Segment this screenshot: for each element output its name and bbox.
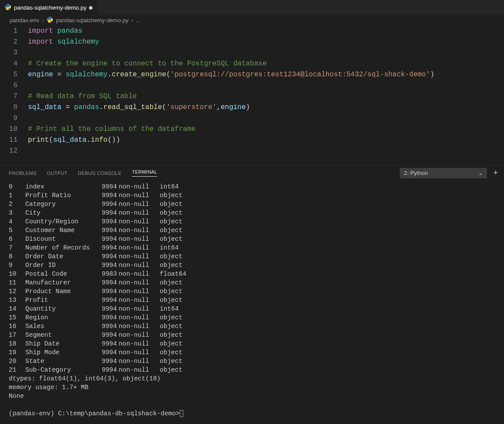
terminal-output[interactable]: 0index9994 non-nullint64 1Profit Ratio99…	[0, 181, 504, 424]
tab-terminal[interactable]: TERMINAL	[132, 169, 157, 177]
code-editor[interactable]: 123456789101112 import pandasimport sqla…	[0, 25, 504, 157]
panel-tab-bar: PROBLEMS OUTPUT DEBUG CONSOLE TERMINAL 2…	[0, 165, 504, 181]
tab-bar: pandas-sqlalchemy-demo.py	[0, 0, 504, 15]
code-content[interactable]: import pandasimport sqlalchemy # Create …	[25, 26, 504, 157]
breadcrumb-folder[interactable]: pandas-env	[10, 17, 39, 24]
terminal-row: 6Discount9994 non-nullobject	[9, 235, 495, 243]
terminal-row: 8Order Date9994 non-nullobject	[9, 252, 495, 261]
terminal-row: 9Order ID9994 non-nullobject	[9, 261, 495, 270]
terminal-row: 20State9994 non-nullobject	[9, 357, 495, 366]
terminal-row: 5Customer Name9994 non-nullobject	[9, 226, 495, 235]
chevron-right-icon: ›	[131, 17, 133, 24]
terminal-line: memory usage: 1.7+ MB	[9, 383, 495, 392]
terminal-row: 14Quantity9994 non-nullint64	[9, 304, 495, 313]
bottom-panel: PROBLEMS OUTPUT DEBUG CONSOLE TERMINAL 2…	[0, 165, 504, 424]
terminal-selector[interactable]: 2: Python ⌄	[400, 168, 487, 178]
unsaved-dot-icon	[89, 6, 93, 10]
terminal-row: 16Sales9994 non-nullobject	[9, 322, 495, 331]
editor-tab[interactable]: pandas-sqlalchemy-demo.py	[0, 0, 97, 15]
terminal-row: 10Postal Code9983 non-nullfloat64	[9, 270, 495, 278]
terminal-row: 12Product Name9994 non-nullobject	[9, 287, 495, 296]
terminal-row: 11Manufacturer9994 non-nullobject	[9, 278, 495, 287]
terminal-row: 18Ship Date9994 non-nullobject	[9, 339, 495, 348]
breadcrumb-file[interactable]: pandas-sqlalchemy-demo.py	[56, 17, 128, 24]
chevron-down-icon: ⌄	[478, 170, 483, 176]
terminal-line: None	[9, 392, 495, 400]
terminal-row: 0index9994 non-nullint64	[9, 182, 495, 191]
breadcrumb-trail[interactable]: ...	[136, 17, 141, 24]
terminal-row: 2Category9994 non-nullobject	[9, 200, 495, 209]
python-file-icon	[46, 16, 53, 24]
line-number-gutter: 123456789101112	[0, 26, 25, 157]
terminal-row: 13Profit9994 non-nullobject	[9, 296, 495, 304]
new-terminal-button[interactable]: +	[493, 168, 498, 178]
tab-output[interactable]: OUTPUT	[47, 171, 68, 176]
terminal-selector-value: 2: Python	[404, 170, 428, 176]
terminal-row: 7Number of Records9994 non-nullint64	[9, 243, 495, 252]
terminal-line: dtypes: float64(1), int64(3), object(18)	[9, 374, 495, 383]
chevron-right-icon: ›	[42, 17, 44, 24]
terminal-row: 21Sub-Category9994 non-nullobject	[9, 366, 495, 374]
terminal-row: 1Profit Ratio9994 non-nullobject	[9, 191, 495, 200]
cursor-icon	[180, 410, 183, 417]
breadcrumb[interactable]: pandas-env › pandas-sqlalchemy-demo.py ›…	[0, 15, 504, 25]
terminal-prompt[interactable]: (pandas-env) C:\temp\pandas-db-sqlshack-…	[9, 409, 495, 418]
terminal-row: 3City9994 non-nullobject	[9, 209, 495, 217]
terminal-row: 17Segment9994 non-nullobject	[9, 331, 495, 339]
tab-filename: pandas-sqlalchemy-demo.py	[14, 4, 86, 11]
terminal-row: 4Country/Region9994 non-nullobject	[9, 217, 495, 226]
tab-problems[interactable]: PROBLEMS	[9, 171, 37, 176]
terminal-row: 15Region9994 non-nullobject	[9, 313, 495, 322]
python-file-icon	[4, 3, 11, 12]
terminal-row: 19Ship Mode9994 non-nullobject	[9, 348, 495, 357]
tab-debug-console[interactable]: DEBUG CONSOLE	[78, 171, 122, 176]
